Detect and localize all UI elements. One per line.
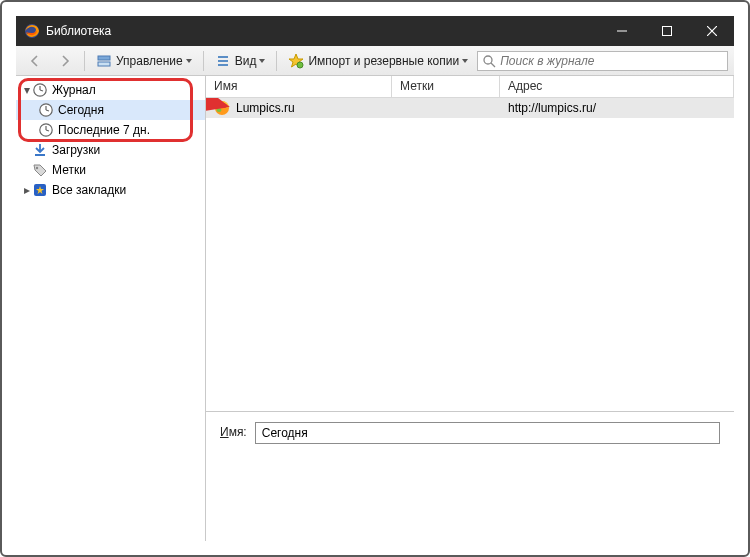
chevron-down-icon	[186, 59, 192, 63]
column-tags[interactable]: Метки	[392, 76, 500, 97]
back-button[interactable]	[22, 50, 48, 72]
tree: ▾ Журнал Сегодня Последние 7 дн.	[16, 80, 205, 200]
manage-label: Управление	[116, 54, 183, 68]
organize-icon	[96, 53, 112, 69]
twisty-open-icon: ▾	[22, 83, 32, 97]
svg-line-12	[491, 63, 495, 67]
forward-button[interactable]	[52, 50, 78, 72]
svg-point-26	[217, 108, 222, 112]
view-label: Вид	[235, 54, 257, 68]
row-name: Lumpics.ru	[236, 101, 295, 115]
tree-allbookmarks[interactable]: ▸ Все закладки	[16, 180, 205, 200]
tree-label: Сегодня	[58, 103, 104, 117]
download-icon	[32, 142, 48, 158]
site-favicon-icon	[214, 100, 230, 116]
tag-icon	[32, 162, 48, 178]
tree-last7[interactable]: Последние 7 дн.	[16, 120, 205, 140]
tree-label: Все закладки	[52, 183, 126, 197]
search-icon	[482, 54, 496, 68]
toolbar: Управление Вид Импорт и резервные копии	[16, 46, 734, 76]
svg-point-10	[297, 62, 303, 68]
history-row[interactable]: Lumpics.ru http://lumpics.ru/	[206, 98, 734, 118]
manage-button[interactable]: Управление	[91, 50, 197, 72]
arrow-right-icon	[57, 53, 73, 69]
details-name-input[interactable]	[255, 422, 720, 444]
tree-downloads[interactable]: Загрузки	[16, 140, 205, 160]
clock-icon	[38, 122, 54, 138]
sidebar: ▾ Журнал Сегодня Последние 7 дн.	[16, 76, 206, 541]
svg-point-11	[484, 56, 492, 64]
tree-tags[interactable]: Метки	[16, 160, 205, 180]
chevron-down-icon	[259, 59, 265, 63]
row-address: http://lumpics.ru/	[500, 101, 734, 115]
firefox-icon	[24, 23, 40, 39]
body: ▾ Журнал Сегодня Последние 7 дн.	[16, 76, 734, 541]
clock-icon	[32, 82, 48, 98]
chevron-down-icon	[462, 59, 468, 63]
star-icon	[288, 53, 304, 69]
list-icon	[215, 53, 231, 69]
view-button[interactable]: Вид	[210, 50, 271, 72]
separator	[203, 51, 204, 71]
column-headers: Имя Метки Адрес	[206, 76, 734, 98]
close-button[interactable]	[689, 16, 734, 46]
library-window: Библиотека Управление Вид	[16, 16, 734, 541]
rows-area: Lumpics.ru http://lumpics.ru/	[206, 98, 734, 411]
tree-today[interactable]: Сегодня	[16, 100, 205, 120]
svg-rect-2	[662, 27, 671, 36]
clock-icon	[38, 102, 54, 118]
tree-label: Метки	[52, 163, 86, 177]
main-panel: Имя Метки Адрес Lumpics.ru	[206, 76, 734, 541]
tree-label: Журнал	[52, 83, 96, 97]
twisty-closed-icon: ▸	[22, 183, 32, 197]
column-address[interactable]: Адрес	[500, 76, 734, 97]
details-pane: Имя:	[206, 411, 734, 541]
details-name-label: Имя:	[220, 422, 247, 439]
window-title: Библиотека	[46, 24, 111, 38]
tree-label: Загрузки	[52, 143, 100, 157]
separator	[84, 51, 85, 71]
search-box[interactable]	[477, 51, 728, 71]
bookmarks-icon	[32, 182, 48, 198]
tree-label: Последние 7 дн.	[58, 123, 150, 137]
minimize-button[interactable]	[599, 16, 644, 46]
svg-rect-6	[98, 62, 110, 66]
screenshot-frame: Библиотека Управление Вид	[0, 0, 750, 557]
svg-rect-5	[98, 56, 110, 60]
tree-history[interactable]: ▾ Журнал	[16, 80, 205, 100]
column-name[interactable]: Имя	[206, 76, 392, 97]
separator	[276, 51, 277, 71]
maximize-button[interactable]	[644, 16, 689, 46]
import-label: Импорт и резервные копии	[308, 54, 459, 68]
arrow-left-icon	[27, 53, 43, 69]
svg-point-23	[36, 167, 38, 169]
import-button[interactable]: Импорт и резервные копии	[283, 50, 473, 72]
titlebar: Библиотека	[16, 16, 734, 46]
search-input[interactable]	[500, 54, 723, 68]
